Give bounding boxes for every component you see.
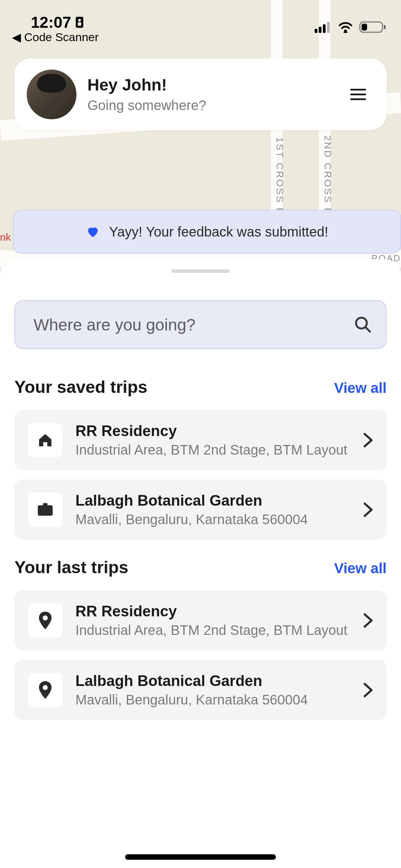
search-icon — [354, 315, 372, 334]
bottom-sheet[interactable]: Where are you going? Your saved trips Vi… — [0, 259, 401, 868]
svg-rect-6 — [327, 22, 330, 33]
greeting-text: Hey John! — [87, 75, 347, 94]
trip-title: RR Residency — [75, 603, 350, 620]
trip-subtitle: Mavalli, Bengaluru, Karnataka 560004 — [75, 692, 350, 708]
status-time: 12:07 — [31, 13, 99, 32]
svg-point-7 — [344, 29, 347, 32]
avatar[interactable] — [27, 70, 76, 119]
section-title: Your last trips — [14, 557, 128, 577]
view-all-link[interactable]: View all — [334, 380, 387, 396]
svg-rect-3 — [315, 29, 317, 33]
home-indicator[interactable] — [125, 854, 276, 860]
trip-card[interactable]: RR Residency Industrial Area, BTM 2nd St… — [14, 590, 387, 650]
chevron-right-icon — [363, 502, 373, 517]
portrait-lock-icon — [75, 16, 84, 28]
greeting-subtitle: Going somewhere? — [87, 98, 347, 113]
trip-subtitle: Industrial Area, BTM 2nd Stage, BTM Layo… — [75, 623, 350, 638]
trip-subtitle: Mavalli, Bengaluru, Karnataka 560004 — [75, 512, 350, 527]
heart-icon — [86, 225, 100, 239]
chevron-right-icon — [363, 683, 373, 698]
pin-icon — [28, 673, 62, 707]
trip-card[interactable]: Lalbagh Botanical Garden Mavalli, Bengal… — [14, 480, 387, 540]
battery-icon — [359, 21, 387, 34]
chevron-right-icon — [363, 613, 373, 628]
home-icon — [28, 423, 62, 457]
svg-point-1 — [78, 19, 81, 22]
wifi-icon — [338, 21, 353, 33]
svg-rect-4 — [319, 27, 321, 33]
section-title: Your saved trips — [14, 377, 147, 397]
back-to-app[interactable]: ◀ Code Scanner — [12, 30, 99, 44]
trip-title: Lalbagh Botanical Garden — [75, 672, 350, 689]
menu-button[interactable] — [347, 85, 369, 104]
svg-rect-5 — [323, 24, 326, 33]
svg-point-13 — [43, 615, 48, 620]
svg-rect-9 — [362, 24, 367, 31]
search-placeholder: Where are you going? — [34, 315, 354, 334]
briefcase-icon — [28, 493, 62, 527]
header-card: Hey John! Going somewhere? — [14, 58, 387, 130]
last-trips-section: Your last trips View all RR Residency In… — [14, 557, 387, 720]
map-poi-label: nk — [0, 231, 11, 243]
chevron-right-icon — [363, 433, 373, 448]
trip-title: Lalbagh Botanical Garden — [75, 492, 350, 509]
pin-icon — [28, 603, 62, 638]
svg-point-14 — [43, 685, 48, 690]
sheet-handle[interactable] — [171, 269, 230, 273]
trip-title: RR Residency — [75, 422, 350, 439]
status-time-text: 12:07 — [31, 13, 71, 32]
svg-rect-10 — [384, 25, 386, 29]
trip-card[interactable]: RR Residency Industrial Area, BTM 2nd St… — [14, 410, 387, 470]
svg-line-12 — [365, 327, 370, 332]
feedback-banner: Yayy! Your feedback was submitted! — [13, 210, 401, 254]
cellular-icon — [315, 21, 332, 33]
saved-trips-section: Your saved trips View all RR Residency I… — [14, 377, 387, 540]
feedback-text: Yayy! Your feedback was submitted! — [109, 224, 328, 240]
svg-rect-2 — [78, 22, 81, 26]
hamburger-icon — [350, 89, 366, 91]
trip-card[interactable]: Lalbagh Botanical Garden Mavalli, Bengal… — [14, 660, 387, 720]
status-bar: 12:07 ◀ Code Scanner — [0, 0, 401, 48]
view-all-link[interactable]: View all — [334, 560, 387, 577]
trip-subtitle: Industrial Area, BTM 2nd Stage, BTM Layo… — [75, 442, 350, 458]
search-input[interactable]: Where are you going? — [14, 300, 387, 349]
